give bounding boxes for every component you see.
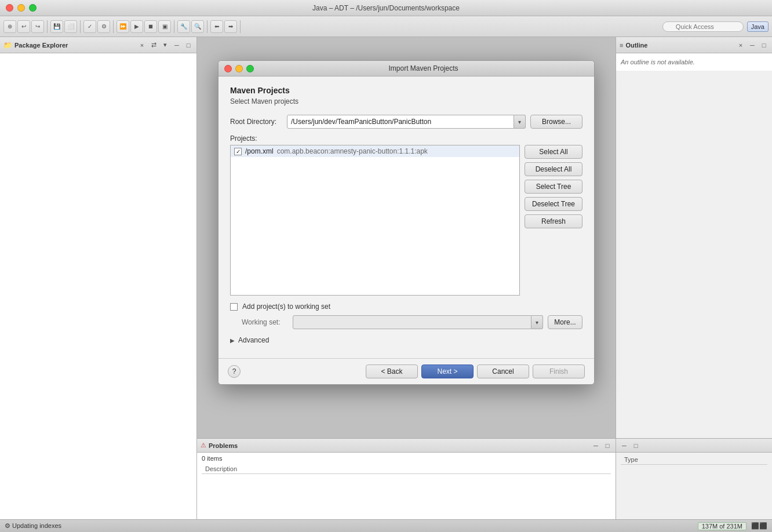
toolbar-btn-14[interactable]: ➡ <box>224 20 237 33</box>
problems-min-btn[interactable]: ─ <box>591 441 600 450</box>
root-directory-input[interactable] <box>287 115 514 129</box>
quick-access-input[interactable] <box>662 21 744 32</box>
deselect-tree-button[interactable]: Deselect Tree <box>525 197 582 211</box>
dialog-footer: ? < Back Next > Cancel Finish <box>219 358 594 384</box>
right-bottom-min-btn[interactable]: ─ <box>620 441 629 450</box>
outline-header: ≡ Outline × ─ □ <box>616 37 772 53</box>
advanced-row[interactable]: ▶ Advanced <box>230 336 582 344</box>
back-button[interactable]: < Back <box>366 365 418 378</box>
toolbar-sep-1 <box>47 20 48 33</box>
dialog-minimize-btn[interactable] <box>235 65 243 72</box>
package-explorer-max-btn[interactable]: □ <box>184 41 193 50</box>
toolbar-btn-11[interactable]: 🔧 <box>177 20 190 33</box>
package-explorer-min-btn[interactable]: ─ <box>172 41 181 50</box>
working-set-row: Add project(s) to working set <box>230 303 582 311</box>
window-controls <box>6 4 37 12</box>
main-toolbar: ⊕ ↩ ↪ 💾 ⬜ ✓ ⚙ ⏩ ▶ ⏹ ▣ 🔧 🔍 ⬅ ➡ 🔍 Java <box>0 16 772 37</box>
finish-button[interactable]: Finish <box>533 365 585 378</box>
toolbar-btn-9[interactable]: ⏹ <box>144 20 157 33</box>
status-extra-icon: ⬛⬛ <box>751 522 767 530</box>
editor-area: Import Maven Projects Maven Projects Sel… <box>197 37 616 438</box>
toolbar-btn-13[interactable]: ⬅ <box>210 20 223 33</box>
memory-indicator[interactable]: 137M of 231M <box>698 522 746 530</box>
toolbar-btn-12[interactable]: 🔍 <box>191 20 204 33</box>
problems-col-description: Description <box>202 465 241 472</box>
refresh-button[interactable]: Refresh <box>525 214 582 228</box>
toolbar-btn-3[interactable]: ↪ <box>31 20 44 33</box>
projects-list: ✓ /pom.xml com.apb.beacon:amnesty-panic-… <box>230 145 520 296</box>
right-column: ≡ Outline × ─ □ An outline is not availa… <box>616 37 772 519</box>
dialog-close-btn[interactable] <box>224 65 232 72</box>
perspective-label: Java <box>751 23 764 30</box>
outline-content: An outline is not available. <box>616 53 772 71</box>
project-checkbox[interactable]: ✓ <box>234 148 242 155</box>
bottom-section: ⚠ Problems ─ □ 0 items Description <box>197 438 616 519</box>
working-set-dropdown-btn[interactable]: ▾ <box>531 315 543 329</box>
toolbar-sep-3 <box>113 20 114 33</box>
toolbar-btn-save[interactable]: 💾 <box>50 20 63 33</box>
right-bottom-max-btn[interactable]: □ <box>631 441 640 450</box>
right-bottom-content: Type <box>616 453 772 467</box>
outline-min-btn[interactable]: ─ <box>748 41 757 50</box>
outline-panel: ≡ Outline × ─ □ An outline is not availa… <box>616 37 772 438</box>
root-directory-input-wrap: ▾ <box>287 115 526 129</box>
working-set-select-wrap: ▾ <box>293 315 543 329</box>
project-item[interactable]: ✓ /pom.xml com.apb.beacon:amnesty-panic-… <box>231 145 519 157</box>
browse-button[interactable]: Browse... <box>530 115 582 129</box>
toolbar-btn-10[interactable]: ▣ <box>158 20 171 33</box>
next-button[interactable]: Next > <box>421 365 474 378</box>
package-explorer-menu-btn[interactable]: ▾ <box>161 41 170 50</box>
toolbar-btn-6[interactable]: ⚙ <box>97 20 110 33</box>
status-gear-icon: ⚙ <box>5 522 10 529</box>
right-bottom-table-header: Type <box>621 455 767 465</box>
advanced-arrow-icon: ▶ <box>230 337 235 344</box>
more-button[interactable]: More... <box>548 315 582 329</box>
root-directory-row: Root Directory: ▾ Browse... <box>230 115 582 129</box>
problems-title: Problems <box>209 442 589 449</box>
import-maven-dialog: Import Maven Projects Maven Projects Sel… <box>218 60 595 385</box>
outline-no-content-text: An outline is not available. <box>621 59 695 65</box>
working-set-label: Add project(s) to working set <box>242 303 330 311</box>
working-set-select-row: Working set: ▾ More... <box>242 315 582 329</box>
select-tree-button[interactable]: Select Tree <box>525 180 582 194</box>
deselect-all-button[interactable]: Deselect All <box>525 162 582 176</box>
toolbar-btn-7[interactable]: ⏩ <box>116 20 129 33</box>
toolbar-btn-8[interactable]: ▶ <box>130 20 143 33</box>
root-directory-dropdown-btn[interactable]: ▾ <box>514 115 526 129</box>
working-set-checkbox[interactable] <box>230 303 238 311</box>
toolbar-sep-4 <box>174 20 174 33</box>
problems-count: 0 items <box>202 455 611 462</box>
center-column: Import Maven Projects Maven Projects Sel… <box>197 37 616 519</box>
toolbar-btn-5[interactable]: ✓ <box>83 20 96 33</box>
problems-max-btn[interactable]: □ <box>603 441 612 450</box>
outline-title: Outline <box>625 42 734 49</box>
package-explorer-close-btn[interactable]: × <box>137 41 147 50</box>
outline-max-btn[interactable]: □ <box>759 41 769 50</box>
package-explorer-title: Package Explorer <box>14 42 135 49</box>
outline-close-btn[interactable]: × <box>736 41 745 50</box>
right-bottom-header: ─ □ <box>616 439 772 453</box>
perspective-java-btn[interactable]: Java <box>747 21 769 32</box>
dialog-maximize-btn[interactable] <box>246 65 254 72</box>
cancel-button[interactable]: Cancel <box>477 365 529 378</box>
dialog-overlay: Import Maven Projects Maven Projects Sel… <box>197 37 616 438</box>
right-column-bottom: ─ □ Type <box>616 438 772 519</box>
dialog-titlebar: Import Maven Projects <box>219 61 594 76</box>
toolbar-btn-2[interactable]: ↩ <box>17 20 30 33</box>
package-explorer-content <box>0 53 196 519</box>
toolbar-btn-1[interactable]: ⊕ <box>3 20 16 33</box>
projects-label: Projects: <box>230 134 582 143</box>
projects-area: ✓ /pom.xml com.apb.beacon:amnesty-panic-… <box>230 145 582 296</box>
working-set-input[interactable] <box>293 315 531 329</box>
select-all-button[interactable]: Select All <box>525 145 582 159</box>
advanced-label: Advanced <box>238 336 269 344</box>
title-bar: Java – ADT – /Users/jun/Documents/worksp… <box>0 0 772 16</box>
dialog-body: Maven Projects Select Maven projects Roo… <box>219 76 594 358</box>
help-button[interactable]: ? <box>228 365 241 378</box>
dialog-section-title: Maven Projects <box>230 86 582 95</box>
toolbar-btn-4[interactable]: ⬜ <box>64 20 77 33</box>
minimize-window-btn[interactable] <box>17 4 25 12</box>
package-explorer-sync-btn[interactable]: ⇄ <box>149 41 158 50</box>
close-window-btn[interactable] <box>6 4 13 12</box>
maximize-window-btn[interactable] <box>29 4 37 12</box>
